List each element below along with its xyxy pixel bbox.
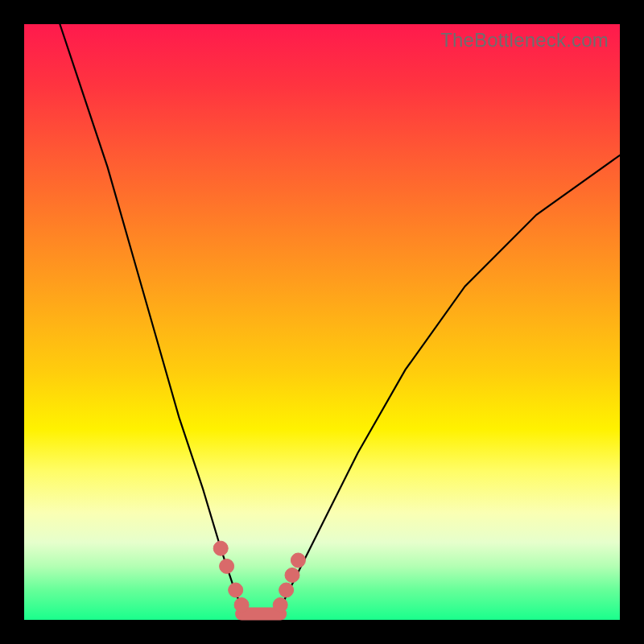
data-marker <box>285 568 299 583</box>
data-marker <box>291 553 305 568</box>
data-marker <box>273 598 287 613</box>
data-marker <box>213 541 228 555</box>
right-branch-curve <box>280 155 620 608</box>
curve-layer <box>24 24 620 620</box>
chart-frame: TheBottleneck.com <box>0 0 644 644</box>
data-markers <box>213 541 305 612</box>
data-marker <box>279 583 294 597</box>
data-marker <box>220 559 234 573</box>
data-marker <box>229 583 243 597</box>
plot-area: TheBottleneck.com <box>24 24 620 620</box>
data-marker <box>234 598 249 613</box>
left-branch-curve <box>60 24 242 608</box>
